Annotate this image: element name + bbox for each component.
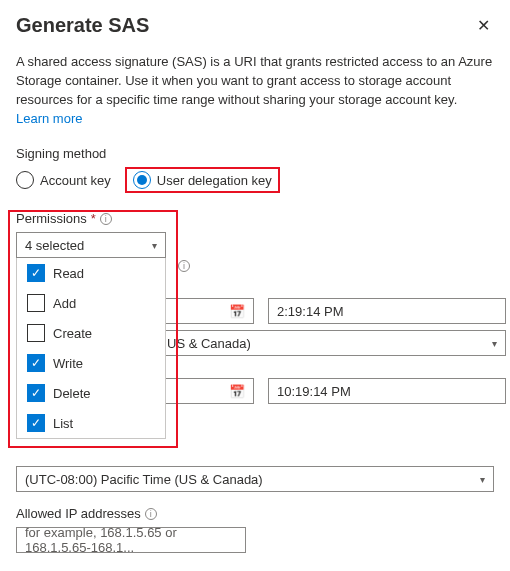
- perm-option-read[interactable]: Read: [17, 258, 165, 288]
- perm-option-list[interactable]: List: [17, 408, 165, 438]
- checkbox-icon: [27, 294, 45, 312]
- calendar-icon: 📅: [229, 304, 245, 319]
- perm-label: Add: [53, 296, 76, 311]
- chevron-down-icon: ▾: [480, 474, 485, 485]
- panel-title: Generate SAS: [16, 14, 149, 37]
- info-icon[interactable]: i: [178, 260, 190, 272]
- perm-label: Write: [53, 356, 83, 371]
- perm-label: Read: [53, 266, 84, 281]
- signing-user-delegation-radio[interactable]: User delegation key: [133, 171, 272, 189]
- checkbox-icon: [27, 324, 45, 342]
- permissions-list: Read Add Create Write Delete List: [16, 258, 166, 439]
- radio-icon: [133, 171, 151, 189]
- perm-label: Create: [53, 326, 92, 341]
- perm-option-add[interactable]: Add: [17, 288, 165, 318]
- timezone-partial: US & Canada): [167, 336, 251, 351]
- chevron-down-icon: ▾: [152, 240, 157, 251]
- permissions-dropdown[interactable]: 4 selected ▾: [16, 232, 166, 258]
- learn-more-link[interactable]: Learn more: [16, 111, 82, 126]
- close-icon[interactable]: ✕: [473, 12, 494, 39]
- info-icon[interactable]: i: [100, 213, 112, 225]
- perm-label: Delete: [53, 386, 91, 401]
- expiry-timezone-select[interactable]: (UTC-08:00) Pacific Time (US & Canada) ▾: [16, 466, 494, 492]
- allowed-ip-placeholder: for example, 168.1.5.65 or 168.1.5.65-16…: [25, 525, 237, 555]
- chevron-down-icon: ▾: [492, 338, 497, 349]
- info-icon[interactable]: i: [145, 508, 157, 520]
- checkbox-icon: [27, 384, 45, 402]
- radio-label: Account key: [40, 173, 111, 188]
- permissions-label: Permissions * i: [16, 211, 494, 226]
- signing-account-key-radio[interactable]: Account key: [16, 167, 111, 193]
- start-time-input[interactable]: 2:19:14 PM: [268, 298, 506, 324]
- checkbox-icon: [27, 264, 45, 282]
- perm-option-delete[interactable]: Delete: [17, 378, 165, 408]
- perm-label: List: [53, 416, 73, 431]
- checkbox-icon: [27, 354, 45, 372]
- radio-icon: [16, 171, 34, 189]
- perm-option-create[interactable]: Create: [17, 318, 165, 348]
- signing-method-label: Signing method: [16, 146, 494, 161]
- allowed-ip-input[interactable]: for example, 168.1.5.65 or 168.1.5.65-16…: [16, 527, 246, 553]
- radio-label: User delegation key: [157, 173, 272, 188]
- expiry-time-input[interactable]: 10:19:14 PM: [268, 378, 506, 404]
- checkbox-icon: [27, 414, 45, 432]
- calendar-icon: 📅: [229, 384, 245, 399]
- start-time-value: 2:19:14 PM: [277, 304, 344, 319]
- perm-option-write[interactable]: Write: [17, 348, 165, 378]
- permissions-summary: 4 selected: [25, 238, 84, 253]
- required-mark: *: [91, 211, 96, 226]
- expiry-time-value: 10:19:14 PM: [277, 384, 351, 399]
- description-text: A shared access signature (SAS) is a URI…: [16, 53, 494, 128]
- timezone-value: (UTC-08:00) Pacific Time (US & Canada): [25, 472, 263, 487]
- allowed-ip-label: Allowed IP addresses i: [16, 506, 494, 521]
- description-body: A shared access signature (SAS) is a URI…: [16, 54, 492, 107]
